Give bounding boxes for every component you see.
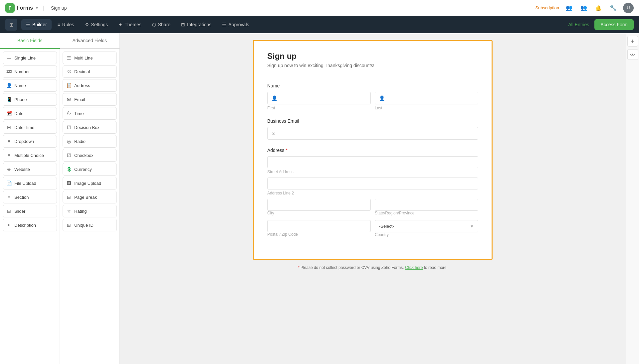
field-time[interactable]: ⏱ Time (63, 107, 117, 120)
name-label: Name (14, 83, 26, 88)
field-name[interactable]: 👤 Name (3, 79, 57, 92)
field-number[interactable]: 123 Number (3, 65, 57, 78)
expand-icon[interactable] (627, 36, 638, 47)
section-icon: ≡ (6, 194, 12, 200)
field-website[interactable]: ⊕ Website (3, 163, 57, 176)
field-date[interactable]: 📅 Date (3, 107, 57, 120)
nav-rules[interactable]: ≡ Rules (53, 19, 79, 30)
email-input[interactable]: ✉ (267, 127, 478, 140)
date-time-icon: ⊞ (6, 125, 12, 130)
builder-icon: ☰ (26, 22, 30, 27)
address-required-star: * (286, 148, 287, 153)
image-upload-icon: 🖼 (66, 181, 72, 186)
nav-integrations[interactable]: ⊞ Integrations (176, 19, 216, 30)
tab-advanced-fields[interactable]: Advanced Fields (60, 33, 120, 49)
first-name-input[interactable]: 👤 (267, 92, 371, 104)
themes-icon: ✦ (118, 22, 122, 27)
users-icon[interactable]: 👥 (564, 3, 574, 13)
field-single-line[interactable]: — Single Line (3, 52, 57, 64)
field-date-time[interactable]: ⊞ Date-Time (3, 121, 57, 134)
country-select[interactable]: -Select- ▼ (375, 220, 478, 232)
group-icon[interactable]: 👥 (579, 3, 588, 13)
address-icon: 📋 (66, 83, 72, 88)
logo-label: Forms (17, 5, 33, 11)
code-icon[interactable]: </> (627, 49, 638, 60)
email-label: Business Email (267, 118, 478, 124)
approvals-icon: ☰ (222, 22, 226, 27)
nav-builder[interactable]: ☰ Builder (21, 19, 52, 30)
logo-area[interactable]: F Forms ▼ (5, 3, 39, 13)
person-icon-first: 👤 (272, 95, 277, 101)
person-icon-last: 👤 (379, 95, 385, 101)
city-input[interactable] (267, 199, 371, 211)
country-select-value: -Select- (379, 224, 394, 229)
last-name-input[interactable]: 👤 (375, 92, 478, 104)
rating-label: Rating (74, 209, 87, 214)
email-label: Email (74, 97, 85, 102)
field-slider[interactable]: ⊟ Slider (3, 205, 57, 217)
slider-icon: ⊟ (6, 208, 12, 214)
home-button[interactable]: ⊞ (5, 19, 17, 31)
avatar[interactable]: U (623, 3, 634, 13)
phone-icon: 📱 (6, 97, 12, 102)
state-input[interactable] (375, 199, 478, 211)
form-preview[interactable]: Sign up Sign up now to win exciting Than… (253, 40, 493, 260)
field-unique-id[interactable]: ⊞ Unique ID (63, 219, 117, 231)
field-page-break[interactable]: ⊟ Page Break (63, 191, 117, 203)
share-icon: ⬡ (152, 22, 156, 27)
nav-approvals-label: Approvals (228, 22, 249, 27)
footer-click-here-link[interactable]: Click here (405, 265, 423, 270)
field-section[interactable]: ≡ Section (3, 191, 57, 203)
field-address[interactable]: 📋 Address (63, 79, 117, 92)
state-block: State/Region/Province (375, 199, 478, 219)
topbar-right: Subscription 👥 👥 🔔 🔧 U (535, 3, 634, 13)
access-form-button[interactable]: Access Form (594, 19, 634, 30)
field-dropdown[interactable]: ≡ Dropdown (3, 135, 57, 148)
sidebar-tabs: Basic Fields Advanced Fields (0, 33, 119, 49)
field-email[interactable]: ✉ Email (63, 93, 117, 106)
nav-share[interactable]: ⬡ Share (147, 19, 175, 30)
field-rating[interactable]: ☆ Rating (63, 205, 117, 217)
field-checkbox[interactable]: ☑ Checkbox (63, 149, 117, 162)
name-label: Name (267, 83, 478, 88)
all-entries-link[interactable]: All Entries (568, 22, 589, 27)
field-description[interactable]: ≈ Description (3, 219, 57, 231)
field-image-upload[interactable]: 🖼 Image Upload (63, 177, 117, 189)
radio-label: Radio (74, 139, 86, 144)
nav-themes[interactable]: ✦ Themes (114, 19, 146, 30)
tab-basic-fields[interactable]: Basic Fields (0, 33, 60, 49)
field-decimal[interactable]: .00 Decimal (63, 65, 117, 78)
subscription-link[interactable]: Subscription (535, 5, 559, 10)
email-icon: ✉ (66, 97, 72, 102)
nav-themes-label: Themes (124, 22, 141, 27)
field-phone[interactable]: 📱 Phone (3, 93, 57, 106)
field-decision-box[interactable]: ☑ Decision Box (63, 121, 117, 134)
multi-line-label: Multi Line (74, 56, 93, 61)
decimal-icon: .00 (66, 70, 72, 73)
advanced-fields-column: ☰ Multi Line .00 Decimal 📋 Address ✉ Ema… (60, 49, 119, 364)
address-line2-input[interactable] (267, 178, 478, 189)
sidebar: Basic Fields Advanced Fields — Single Li… (0, 33, 120, 364)
bell-icon[interactable]: 🔔 (594, 3, 603, 13)
section-label: Section (14, 195, 29, 200)
logo-chevron[interactable]: ▼ (35, 6, 39, 10)
nav-approvals[interactable]: ☰ Approvals (217, 19, 254, 30)
nav-builder-label: Builder (32, 22, 47, 27)
field-file-upload[interactable]: 📄 File Upload (3, 177, 57, 189)
number-icon: 123 (6, 70, 12, 73)
time-label: Time (74, 111, 84, 116)
name-icon: 👤 (6, 83, 12, 88)
field-multiple-choice[interactable]: ≡ Multiple Choice (3, 149, 57, 162)
field-radio[interactable]: ◎ Radio (63, 135, 117, 148)
postal-input[interactable] (267, 220, 371, 232)
nav-share-label: Share (158, 22, 170, 27)
street-address-input[interactable] (267, 156, 478, 168)
image-upload-label: Image Upload (74, 181, 101, 186)
nav-settings[interactable]: ⚙ Settings (80, 19, 113, 30)
city-label: City (267, 211, 371, 215)
field-currency[interactable]: 💲 Currency (63, 163, 117, 176)
slider-label: Slider (14, 209, 25, 214)
field-multi-line[interactable]: ☰ Multi Line (63, 52, 117, 64)
email-section: Business Email ✉ (267, 118, 478, 140)
wrench-icon[interactable]: 🔧 (608, 3, 618, 13)
